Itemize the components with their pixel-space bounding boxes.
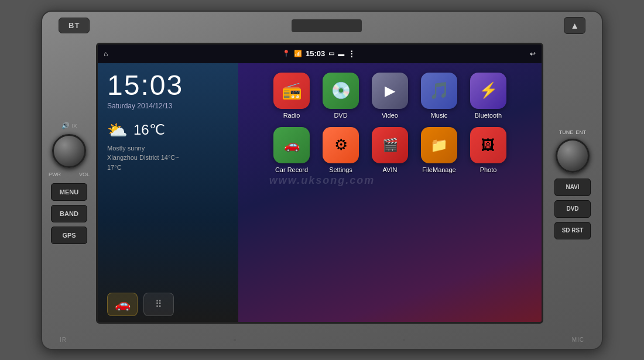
head-unit: BT ▲ 🔊 IX PWR VOL MENU BAND GPS xyxy=(41,11,603,350)
sd-rst-button[interactable]: SD RST xyxy=(554,222,591,239)
menu-button[interactable]: MENU xyxy=(51,183,87,201)
screen: ⌂ 📍 📶 15:03 ▭ ▬ ⋮ ↩ 15:03 xyxy=(96,43,543,324)
bluetooth-label: Bluetooth xyxy=(475,112,502,119)
photo-icon: 🖼 xyxy=(470,127,506,163)
status-bar: ⌂ 📍 📶 15:03 ▭ ▬ ⋮ ↩ xyxy=(98,44,542,63)
app-radio[interactable]: 📻 Radio xyxy=(270,73,313,119)
app-dvd[interactable]: 💿 DVD xyxy=(320,73,362,119)
knob-labels: PWR VOL xyxy=(49,172,90,177)
photo-label: Photo xyxy=(480,166,497,173)
app-filemanage[interactable]: 📁 FileManage xyxy=(418,127,460,173)
right-buttons: NAVI DVD SD RST xyxy=(554,179,591,239)
video-label: Video xyxy=(382,112,398,119)
screen-content: 15:03 Saturday 2014/12/13 ⛅ 16℃ Mostly s… xyxy=(98,63,542,322)
pwr-label: PWR xyxy=(49,172,61,177)
tune-knob[interactable] xyxy=(556,139,590,173)
clock-date: Saturday 2014/12/13 xyxy=(107,102,229,110)
screen-icon: ▭ xyxy=(328,50,334,57)
settings-icon: ⚙ xyxy=(323,127,359,163)
home-icon[interactable]: ⌂ xyxy=(104,50,108,58)
clock-display: 15:03 xyxy=(107,71,229,100)
weather-icon: ⛅ xyxy=(107,121,128,140)
bottom-widgets: 🚗 ⠿ xyxy=(107,293,229,316)
app-avin[interactable]: 🎬 AVIN xyxy=(369,127,411,173)
avin-icon: 🎬 xyxy=(372,127,408,163)
menu-dots-icon[interactable]: ⋮ xyxy=(348,49,355,58)
ent-label: ENT xyxy=(576,129,586,135)
bluetooth-icon: ⚡ xyxy=(470,73,506,109)
status-left: ⌂ xyxy=(104,50,108,58)
status-center: 📍 📶 15:03 ▭ ▬ ⋮ xyxy=(282,49,355,58)
mic-label: MIC xyxy=(572,337,584,343)
side-buttons-left: MENU BAND GPS xyxy=(51,183,87,244)
card-icon: ▬ xyxy=(338,50,344,57)
gps-button[interactable]: GPS xyxy=(51,227,87,244)
app-music[interactable]: 🎵 Music xyxy=(418,73,460,119)
settings-label: Settings xyxy=(329,166,352,173)
vol-label: VOL xyxy=(79,172,90,177)
app-carrecord[interactable]: 🚗 Car Record xyxy=(270,127,313,173)
app-grid: 📻 Radio 💿 DVD ▶ Video 🎵 xyxy=(238,63,542,322)
apps-widget[interactable]: ⠿ xyxy=(143,293,174,316)
navi-button[interactable]: NAVI xyxy=(554,179,591,196)
weather-temp: 16℃ xyxy=(133,122,165,138)
bottom-dot-left xyxy=(234,339,236,341)
carrecord-label: Car Record xyxy=(275,166,308,173)
app-row-2: 🚗 Car Record ⚙ Settings 🎬 AVIN 📁 xyxy=(244,127,536,173)
tune-label: TUNE xyxy=(559,129,574,135)
app-photo[interactable]: 🖼 Photo xyxy=(467,127,509,173)
dvd-label: DVD xyxy=(334,112,347,119)
radio-label: Radio xyxy=(283,112,300,119)
back-icon[interactable]: ↩ xyxy=(530,50,536,58)
app-row-1: 📻 Radio 💿 DVD ▶ Video 🎵 xyxy=(244,73,536,119)
info-panel: 15:03 Saturday 2014/12/13 ⛅ 16℃ Mostly s… xyxy=(98,63,238,322)
weather-description: Mostly sunny Xiangzhou District 14°C~ 17… xyxy=(107,143,229,173)
video-icon: ▶ xyxy=(372,73,408,109)
app-settings[interactable]: ⚙ Settings xyxy=(320,127,362,173)
volume-knob[interactable] xyxy=(52,134,86,168)
car-widget[interactable]: 🚗 xyxy=(107,293,138,316)
band-button[interactable]: BAND xyxy=(51,205,87,222)
dvd-icon: 💿 xyxy=(323,73,359,109)
music-icon: 🎵 xyxy=(421,73,457,109)
right-panel: TUNE ENT NAVI DVD SD RST xyxy=(549,127,596,239)
app-bluetooth[interactable]: ⚡ Bluetooth xyxy=(467,73,509,119)
avin-label: AVIN xyxy=(383,166,398,173)
ir-label: IR xyxy=(60,337,67,343)
mute-indicator: IX xyxy=(72,123,77,129)
volume-icon: 🔊 xyxy=(61,122,70,129)
weather-section: ⛅ 16℃ xyxy=(107,121,229,140)
radio-icon: 📻 xyxy=(273,73,310,109)
wifi-icon: 📶 xyxy=(294,50,302,57)
main-area: 🔊 IX PWR VOL MENU BAND GPS ⌂ 📍 xyxy=(42,40,602,331)
bottom-bar: IR MIC xyxy=(42,331,602,349)
music-label: Music xyxy=(431,112,448,119)
dvd-right-button[interactable]: DVD xyxy=(554,200,591,218)
bottom-dot-right xyxy=(403,339,405,341)
left-panel: 🔊 IX PWR VOL MENU BAND GPS xyxy=(48,122,90,244)
cd-slot xyxy=(292,19,362,32)
clock-status: 15:03 xyxy=(306,49,325,58)
top-bar: BT ▲ xyxy=(42,12,602,40)
location-icon: 📍 xyxy=(282,50,290,57)
eject-button[interactable]: ▲ xyxy=(564,17,585,34)
carrecord-icon: 🚗 xyxy=(273,127,310,163)
bt-button[interactable]: BT xyxy=(59,18,90,33)
filemanage-icon: 📁 xyxy=(421,127,457,163)
filemanage-label: FileManage xyxy=(422,166,455,173)
status-right: ↩ xyxy=(530,50,536,58)
app-video[interactable]: ▶ Video xyxy=(369,73,411,119)
